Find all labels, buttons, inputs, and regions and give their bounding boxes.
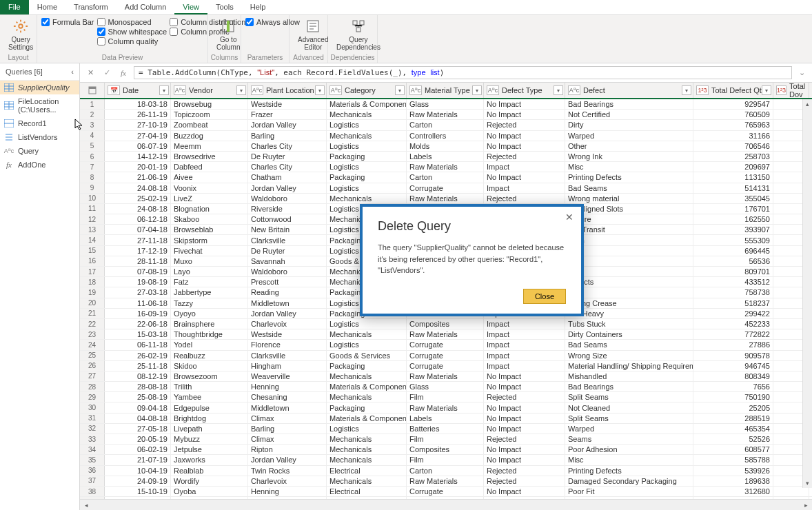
scroll-down-icon[interactable]: ▾ [803, 478, 812, 488]
horizontal-scrollbar[interactable]: ◂ ▸ [80, 499, 812, 510]
table-row[interactable]: 3815-10-19OyobaHenningElectricalCorrugat… [80, 487, 812, 497]
vertical-scrollbar[interactable]: ▴ ▾ [802, 99, 812, 488]
whitespace-check[interactable]: Show whitespace [97, 28, 168, 36]
tab-file[interactable]: File [0, 0, 29, 14]
deps-icon [350, 18, 367, 34]
row-number: 22 [80, 319, 105, 329]
table-row[interactable]: 3521-07-19JaxworksJordan ValleyMechanica… [80, 455, 812, 465]
col-head-defecttype[interactable]: AᴮcDefect Type▾ [484, 83, 565, 98]
queries-header: Queries [6] ‹ [0, 63, 79, 81]
svg-rect-2 [227, 21, 230, 32]
table-row[interactable]: 2406-11-18YodelFlorenceLogisticsCorrugat… [80, 340, 812, 350]
filter-dd-icon[interactable]: ▾ [159, 85, 169, 95]
row-number: 17 [80, 267, 105, 276]
row-number: 12 [80, 214, 105, 224]
table-row[interactable]: 427-04-19BuzzdogBarlingMechanicalsContro… [80, 131, 812, 141]
table-row[interactable]: 2526-02-19RealbuzzClarksvilleGoods & Ser… [80, 351, 812, 361]
table-row[interactable]: 2625-11-18SkidooHinghamPackagingCorrugat… [80, 361, 812, 371]
col-head-material[interactable]: AᴮcMaterial Type▾ [407, 83, 484, 98]
svg-point-0 [19, 24, 23, 28]
date-type-icon: 📅 [108, 85, 120, 95]
table-row[interactable]: 2222-06-18BrainsphereCharlevoixLogistics… [80, 319, 812, 329]
text-type-icon: Aᴮc [487, 85, 499, 95]
tab-home[interactable]: Home [29, 0, 65, 14]
table-row[interactable]: 3227-05-18LivepathBarlingLogisticsBatter… [80, 424, 812, 434]
col-head-vendor[interactable]: AᴮcVendor▾ [171, 83, 248, 98]
scroll-up-icon[interactable]: ▴ [803, 99, 812, 109]
table-row[interactable]: 3724-09-19WordifyCharlevoixMechanicalsRa… [80, 476, 812, 487]
table-row[interactable]: 3320-05-19MybuzzClimaxMechanicalsFilmRej… [80, 434, 812, 445]
col-head-dov[interactable]: 1²3Total Dov [773, 83, 809, 98]
table-row[interactable]: 2708-12-19BrowsezoomWeavervilleMechanica… [80, 371, 812, 382]
text-type-icon: Aᴮc [568, 85, 580, 95]
tab-help[interactable]: Help [242, 0, 274, 14]
tab-add-column[interactable]: Add Column [116, 0, 175, 14]
table-row[interactable]: 3406-02-19JetpulseRiptonMechanicalsCompo… [80, 445, 812, 455]
tab-transform[interactable]: Transform [65, 0, 116, 14]
svg-rect-6 [356, 28, 361, 32]
row-number: 13 [80, 225, 105, 234]
corner-cell[interactable] [80, 83, 105, 98]
row-number: 33 [80, 434, 105, 444]
tab-view[interactable]: View [174, 0, 207, 14]
table-row[interactable]: 226-11-19TopiczoomFrazerMechanicalsRaw M… [80, 110, 812, 120]
query-item-0[interactable]: SupplierQuality [0, 81, 79, 94]
query-item-5[interactable]: fxAddOne [0, 158, 79, 172]
fx-icon[interactable]: fx [117, 67, 130, 79]
group-label-columns: Columns [208, 54, 241, 61]
dialog-close-button[interactable]: Close [523, 289, 566, 304]
row-number: 11 [80, 204, 105, 214]
table-row[interactable]: 2828-08-18TrilithHenningMaterials & Comp… [80, 382, 812, 392]
table-row[interactable]: 506-07-19MeemmCharles CityLogisticsMolds… [80, 141, 812, 152]
table-row[interactable]: 924-08-18VoonixJordan ValleyLogisticsCor… [80, 183, 812, 194]
table-row[interactable]: 2315-03-18ThoughtbridgeWestsideMechanica… [80, 329, 812, 340]
dialog-message: The query "SupplierQuality" cannot be de… [378, 242, 566, 276]
dialog-close-icon[interactable]: ✕ [563, 211, 576, 223]
table-row[interactable]: 2925-08-19YambeeChesaningMechanicalsFilm… [80, 392, 812, 402]
table-row[interactable]: 3009-04-18EdgepulseMiddletownPackagingRa… [80, 402, 812, 413]
filter-dd-icon[interactable]: ▾ [762, 85, 771, 95]
scroll-right-icon[interactable]: ▸ [801, 502, 811, 509]
collapse-icon[interactable]: ‹ [71, 68, 74, 76]
table-row[interactable]: 118-03-18BrowsebugWestsideMaterials & Co… [80, 99, 812, 110]
col-head-plant[interactable]: AᴮcPlant Location▾ [248, 83, 327, 98]
query-settings-button[interactable]: Query Settings [4, 17, 37, 52]
row-number: 10 [80, 194, 105, 203]
cancel-icon[interactable]: ✕ [84, 67, 97, 79]
filter-dd-icon[interactable]: ▾ [554, 85, 563, 95]
advanced-editor-button[interactable]: Advanced Editor [294, 17, 332, 52]
table-row[interactable]: 720-01-19DabfeedCharles CityLogisticsRaw… [80, 162, 812, 172]
goto-column-button[interactable]: Go to Column [212, 17, 244, 52]
col-head-defect[interactable]: AᴮcDefect▾ [565, 83, 693, 98]
filter-dd-icon[interactable]: ▾ [472, 85, 482, 95]
formula-bar-check[interactable]: Formula Bar [41, 18, 94, 26]
tab-tools[interactable]: Tools [207, 0, 242, 14]
table-row[interactable]: 3104-08-18BrightdogClimaxMaterials & Com… [80, 414, 812, 424]
filter-dd-icon[interactable]: ▾ [236, 85, 246, 95]
formula-input[interactable]: = Table.AddColumn(ChType, "List", each R… [134, 66, 792, 79]
table-row[interactable]: 821-06-19AiveeChathamPackagingCartonNo I… [80, 172, 812, 183]
col-head-date[interactable]: 📅Date▾ [105, 83, 171, 98]
column-quality-check[interactable]: Column quality [97, 37, 168, 45]
commit-icon[interactable]: ✓ [101, 67, 113, 79]
table-row[interactable]: 327-10-19ZoombeatJordan ValleyLogisticsC… [80, 120, 812, 130]
col-head-category[interactable]: AᴮcCategory▾ [327, 83, 407, 98]
expand-icon[interactable]: ⌄ [796, 68, 808, 77]
row-number: 8 [80, 172, 105, 182]
table-row[interactable]: 614-12-19BrowsedriveDe RuyterPackagingLa… [80, 152, 812, 162]
query-item-4[interactable]: AᴮcQuery [0, 144, 79, 158]
filter-dd-icon[interactable]: ▾ [682, 85, 691, 95]
group-label-advanced: Advanced [290, 54, 327, 61]
filter-dd-icon[interactable]: ▾ [315, 85, 325, 95]
query-item-1[interactable]: FileLocation (C:\Users... [0, 94, 79, 116]
table-row[interactable]: 1025-02-19LiveZWaldoboroMechanicalsRaw M… [80, 194, 812, 204]
monospaced-check[interactable]: Monospaced [97, 18, 168, 26]
query-item-2[interactable]: Record1 [0, 116, 79, 130]
table-row[interactable]: 39 [80, 497, 812, 499]
scroll-left-icon[interactable]: ◂ [81, 502, 91, 509]
query-item-3[interactable]: ListVendors [0, 130, 79, 144]
filter-dd-icon[interactable]: ▾ [395, 85, 405, 95]
table-row[interactable]: 3610-04-19RealblabTwin RocksElectricalCa… [80, 466, 812, 476]
col-head-qty[interactable]: 1²3Total Defect Qty▾ [693, 83, 773, 98]
query-deps-button[interactable]: Query Dependencies [332, 17, 385, 52]
